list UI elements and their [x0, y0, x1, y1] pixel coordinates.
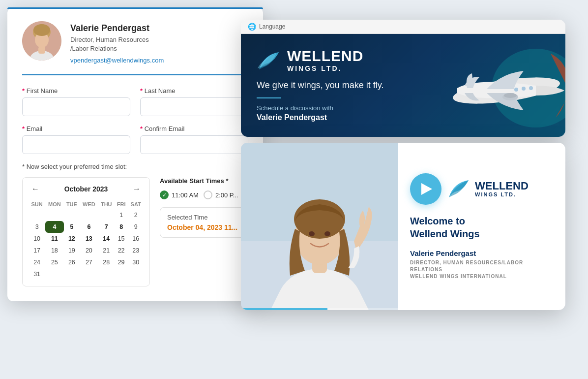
cal-day-4-selected[interactable]: 4: [45, 221, 63, 233]
cal-day-7[interactable]: 7: [98, 221, 115, 233]
profile-email[interactable]: vpendergast@wellendwings.com: [70, 57, 164, 64]
cal-day-13[interactable]: 13: [80, 233, 98, 245]
times-section: Available Start Times * ✓ 11:00 AM 2:00 …: [160, 177, 248, 286]
table-row: 17 18 19 20 21 22 23: [29, 245, 144, 256]
cal-day-empty: [45, 268, 63, 280]
cal-day-27[interactable]: 27: [80, 256, 98, 268]
first-name-input[interactable]: [22, 97, 130, 116]
cal-day-19[interactable]: 19: [64, 245, 80, 256]
play-button[interactable]: [410, 173, 441, 205]
video-person-role: DIRECTOR, HUMAN RESOURCES/LABOR RELATION…: [410, 259, 554, 280]
hero-brand-name: WELLEND: [287, 49, 363, 63]
cal-day-16[interactable]: 16: [128, 233, 144, 245]
video-right: WELLEND WINGS LTD. Welcome toWellend Win…: [398, 143, 565, 310]
cal-day-25[interactable]: 25: [45, 256, 63, 268]
landing-card: 🌐 Language WELLEND WINGS LTD. We give it…: [241, 20, 565, 137]
svg-point-9: [522, 87, 526, 91]
hero-logo-text: WELLEND WINGS LTD.: [287, 49, 363, 72]
table-row: 24 25 26 27 28 29 30: [29, 256, 144, 268]
cal-day-2[interactable]: 2: [128, 209, 144, 221]
cal-day-9[interactable]: 9: [128, 221, 144, 233]
calendar-days-header-row: SUN MON TUE WED THU FRI SAT: [29, 199, 144, 209]
cal-day-3[interactable]: 3: [29, 221, 45, 233]
first-name-label: * First Name: [22, 87, 130, 95]
svg-point-3: [33, 24, 50, 36]
cal-day-15[interactable]: 15: [115, 233, 128, 245]
cal-day-empty: [128, 268, 144, 280]
hero-brand-sub: WINGS LTD.: [287, 64, 363, 72]
svg-point-21: [324, 231, 330, 236]
cal-day-10[interactable]: 10: [29, 233, 45, 245]
required-star-2: *: [140, 87, 143, 95]
cal-day-14[interactable]: 14: [98, 233, 115, 245]
cal-day-29[interactable]: 29: [115, 256, 128, 268]
time-option-2[interactable]: 2:00 P...: [204, 190, 238, 199]
cal-day-23[interactable]: 23: [128, 245, 144, 256]
time-slot-section: * Now select your preferred time slot: ←…: [22, 163, 248, 286]
hero-banner: WELLEND WINGS LTD. We give it wings, you…: [241, 34, 565, 137]
video-left: [241, 143, 398, 310]
cal-day-18[interactable]: 18: [45, 245, 63, 256]
cal-header-fri: FRI: [115, 199, 128, 209]
name-fields-row: * First Name * Last Name: [22, 87, 248, 116]
cal-day-6[interactable]: 6: [80, 221, 98, 233]
language-label[interactable]: Language: [259, 23, 285, 30]
cal-day-28[interactable]: 28: [98, 256, 115, 268]
cal-day-8[interactable]: 8: [115, 221, 128, 233]
profile-name: Valerie Pendergast: [70, 23, 248, 33]
confirm-email-group: * Confirm Email: [140, 125, 248, 154]
avatar: [22, 21, 61, 61]
cal-day-empty: [29, 209, 45, 221]
last-name-input[interactable]: [140, 97, 248, 116]
cal-day-22[interactable]: 22: [115, 245, 128, 256]
email-group: * Email: [22, 125, 130, 154]
cal-day-17[interactable]: 17: [29, 245, 45, 256]
cal-day-1[interactable]: 1: [115, 209, 128, 221]
cal-day-26[interactable]: 26: [64, 256, 80, 268]
cal-day-empty: [98, 209, 115, 221]
email-input[interactable]: [22, 135, 130, 154]
confirm-email-input[interactable]: [140, 135, 248, 154]
cal-header-sun: SUN: [29, 199, 45, 209]
video-progress-bar: [241, 308, 398, 310]
cal-day-empty: [80, 209, 98, 221]
cal-day-31[interactable]: 31: [29, 268, 45, 280]
cal-header-wed: WED: [80, 199, 98, 209]
time-check-2: [204, 190, 212, 199]
video-brand: WELLEND WINGS LTD.: [446, 178, 529, 200]
cal-day-30[interactable]: 30: [128, 256, 144, 268]
play-icon: [421, 183, 432, 195]
calendar-next-button[interactable]: →: [130, 184, 144, 194]
time-label-2: 2:00 P...: [215, 191, 238, 199]
cal-day-24[interactable]: 24: [29, 256, 45, 268]
hero-tagline: We give it wings, you make it fly.: [257, 80, 383, 91]
calendar-grid: SUN MON TUE WED THU FRI SAT: [29, 199, 144, 280]
time-option-1[interactable]: ✓ 11:00 AM: [160, 190, 199, 199]
cal-day-11[interactable]: 11: [45, 233, 63, 245]
cal-header-sat: SAT: [128, 199, 144, 209]
cal-day-5[interactable]: 5: [64, 221, 80, 233]
calendar-prev-button[interactable]: ←: [29, 184, 42, 194]
cal-day-empty: [64, 209, 80, 221]
cal-day-empty: [80, 268, 98, 280]
cal-day-empty: [64, 268, 80, 280]
last-name-group: * Last Name: [140, 87, 248, 116]
wing-logo-icon: [257, 50, 281, 72]
time-check-1: ✓: [160, 190, 169, 199]
table-row: 10 11 12 13 14 15 16: [29, 233, 144, 245]
calendar: ← October 2023 → SUN MON TUE WED THU FRI: [22, 177, 150, 286]
hero-divider: [257, 97, 281, 98]
cal-day-12[interactable]: 12: [64, 233, 80, 245]
scheduling-form-card: Valerie Pendergast Director, Human Resou…: [7, 7, 263, 301]
calendar-and-times: ← October 2023 → SUN MON TUE WED THU FRI: [22, 177, 248, 286]
svg-rect-5: [38, 47, 45, 54]
video-card: WELLEND WINGS LTD. Welcome toWellend Win…: [241, 143, 565, 310]
profile-info: Valerie Pendergast Director, Human Resou…: [70, 21, 248, 64]
person-image: [241, 143, 398, 310]
profile-section: Valerie Pendergast Director, Human Resou…: [22, 21, 248, 75]
cal-day-20[interactable]: 20: [80, 245, 98, 256]
airplane-illustration: [438, 44, 565, 132]
cal-header-mon: MON: [45, 199, 63, 209]
cal-day-21[interactable]: 21: [98, 245, 115, 256]
required-star-3: *: [22, 125, 25, 132]
